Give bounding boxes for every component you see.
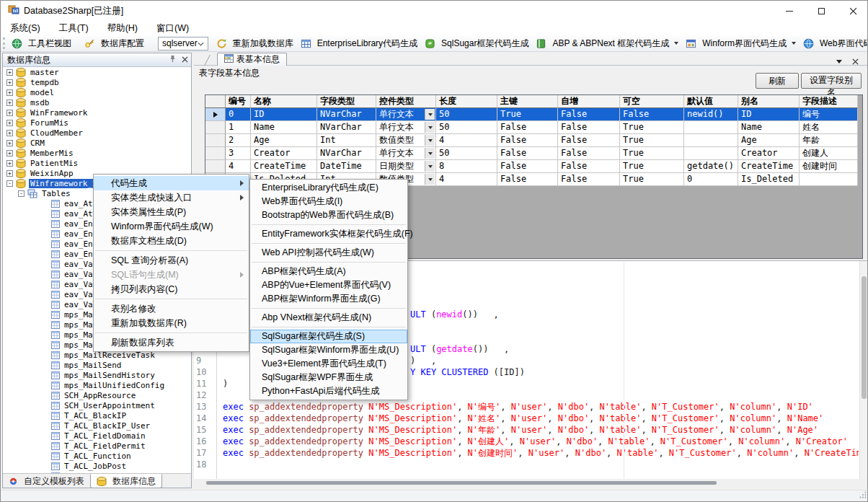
grid-cell[interactable]: newid() [684,108,738,121]
grid-cell[interactable]: False [558,121,620,134]
pin-icon[interactable] [169,55,177,65]
grid-cell[interactable]: ID [251,108,317,121]
submenu-item[interactable]: Python+FastApi后端代码生成 [250,384,407,398]
database-type-combobox[interactable]: sqlserver [158,37,208,50]
grid-cell[interactable]: Name [251,121,317,134]
grid-cell[interactable]: True [620,160,684,173]
menubar-item-0[interactable]: 系统(S) [1,21,50,36]
tree-item-database[interactable]: +msdb [3,97,191,107]
horizontal-scrollbar-thumb[interactable] [206,481,717,485]
grid-row[interactable]: 3CreatorNVarChar单行文本50FalseFalseTrueCrea… [205,147,862,160]
grid-cell[interactable]: 年龄 [800,134,858,147]
toolbar-button[interactable]: ABP & ABPNext 框架代码生成 [532,36,682,51]
context-menu-item[interactable]: 实体类属性生成(P) [94,205,249,219]
menubar-item-3[interactable]: 窗口(W) [147,21,198,36]
tree-item-table[interactable]: T_ACL_BlackIP_User [3,420,191,431]
grid-column-header[interactable]: 编号 [226,95,251,108]
tree-item-table[interactable]: T_ACL_FieldPermit [3,441,191,451]
grid-cell[interactable]: 姓名 [800,121,858,134]
tree-item-table[interactable]: T_ACL_FieldDomain [3,431,191,441]
submenu-item[interactable]: SqlSugar框架WPF界面生成 [250,371,407,384]
toolbar-button[interactable]: Web界面代码生成 [800,36,868,51]
grid-cell[interactable]: Int [317,134,376,147]
submenu-item[interactable]: ABP框架代码生成(A) [250,265,407,278]
tree-item-database[interactable]: +PatientMis [3,158,191,168]
menubar-item-1[interactable]: 工具(T) [50,21,98,36]
tree-item-database[interactable]: +CRM [3,138,191,148]
grid-cell[interactable]: Is_Deleted [738,173,800,186]
tree-item-table[interactable]: T_ACL_JobPost [3,461,191,471]
grid-cell[interactable] [684,121,738,134]
tree-expander-icon[interactable]: + [6,140,13,146]
minimize-button[interactable] [774,1,805,21]
submenu-item[interactable]: Abp VNext框架代码生成(N) [250,311,407,325]
grid-cell[interactable]: True [620,173,684,186]
submenu-item[interactable]: SqlSugar框架代码生成(S) [250,330,407,343]
tree-item-database[interactable]: +MemberMis [3,148,191,158]
grid-column-header[interactable]: 控件类型 [376,95,436,108]
grid-cell[interactable]: False [497,160,558,173]
grid-cell[interactable] [684,134,738,147]
tab-close-icon[interactable] [852,55,859,68]
context-menu-item[interactable]: Winform界面代码生成(W) [94,219,249,234]
toolbar-grip[interactable] [3,38,5,49]
grid-row[interactable]: 0IDNVarChar单行文本50TrueFalseFalsenewid()ID… [205,108,862,121]
grid-row[interactable]: 1NameNVarChar单行文本50FalseFalseTrueName姓名 [205,121,862,134]
grid-cell[interactable]: 0 [684,173,738,186]
grid-row-selector[interactable] [205,134,226,147]
tree-item-table[interactable]: SCH_AppResource [3,390,191,400]
tree-item-table[interactable]: mps_MailUnifiedConfig [3,380,191,390]
grid-column-header[interactable]: 自增 [558,95,620,108]
grid-cell[interactable]: False [620,108,684,121]
grid-cell[interactable]: DateTime [317,160,376,173]
grid-cell[interactable]: True [497,108,558,121]
vertical-scrollbar-thumb[interactable] [862,276,867,399]
grid-cell[interactable]: NVarChar [317,121,376,134]
grid-cell[interactable]: True [620,147,684,160]
toolbar-button[interactable]: SqlSugar框架代码生成 [421,36,532,51]
tree-expander-icon[interactable]: + [6,110,13,116]
cell-dropdown-button[interactable] [425,122,435,133]
tree-item-database[interactable]: +CloudMember [3,128,191,138]
grid-cell[interactable]: NVarChar [317,108,376,121]
tree-expander-icon[interactable]: + [6,89,13,96]
context-menu-item[interactable]: SQL 查询分析器(A) [94,253,249,268]
grid-cell[interactable]: NVarChar [317,147,376,160]
tree-expander-icon[interactable]: + [6,79,13,86]
tree-item-table[interactable]: T_ACL_BlackIP [3,410,191,420]
submenu-item[interactable]: Web API控制器代码生成(W) [250,246,407,260]
grid-column-header[interactable]: 名称 [251,95,317,108]
refresh-button[interactable]: 刷新 [756,73,799,89]
grid-cell[interactable]: 编号 [800,108,858,121]
grid-cell[interactable]: 4 [436,134,497,147]
context-menu-item[interactable]: 表别名修改 [94,301,249,316]
maximize-button[interactable] [805,1,837,21]
cell-dropdown-button[interactable] [425,161,435,172]
grid-cell[interactable]: 单行文本 [376,147,436,160]
grid-cell[interactable]: 3 [226,147,251,160]
submenu-item[interactable]: EntityFramework实体框架代码生成(F) [250,227,407,241]
toolbar-button[interactable]: Winform界面代码生成 [682,36,800,51]
tree-expander-icon[interactable]: + [6,150,13,157]
set-field-alias-button[interactable]: 设置字段别名 [801,73,862,89]
grid-cell[interactable]: getdate() [684,160,738,173]
tree-expander-icon[interactable]: + [6,130,13,136]
grid-cell[interactable]: 1 [226,121,251,134]
tree-expander-icon[interactable]: + [6,170,13,177]
grid-cell[interactable]: 4 [226,160,251,173]
grid-column-header[interactable]: 长度 [436,95,497,108]
tree-item-table[interactable]: T_ACL_Function [3,451,191,461]
toolbar-button[interactable]: EnterpriseLibrary代码生成 [297,36,421,51]
context-menu-item[interactable]: 拷贝列表内容(C) [94,282,249,296]
tab-list-dropdown-icon[interactable] [836,60,842,63]
tree-item-table[interactable]: SCH_UserAppointment [3,400,191,410]
grid-cell[interactable]: 50 [436,108,497,121]
tree-item-database[interactable]: +model [3,87,191,97]
toolbar-button[interactable]: 重新加载数据库 [213,36,297,51]
submenu-item[interactable]: EnterpriseLibrary代码生成(E) [250,181,407,195]
grid-cell[interactable]: ID [738,108,800,121]
grid-column-header[interactable]: 默认值 [684,95,738,108]
menubar-item-2[interactable]: 帮助(H) [98,21,147,36]
grid-cell[interactable]: True [620,121,684,134]
grid-column-header[interactable]: 字段类型 [317,95,376,108]
